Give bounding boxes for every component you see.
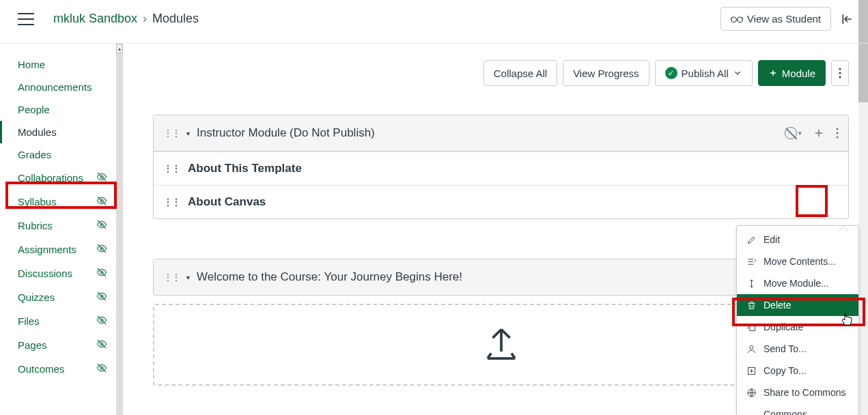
menu-delete[interactable]: Delete <box>737 294 858 316</box>
topbar: mkluk Sandbox › Modules View as Student <box>0 0 868 44</box>
hidden-eye-icon <box>96 315 107 328</box>
sidebar-item-label: Pages <box>18 339 47 351</box>
svg-point-13 <box>839 76 841 78</box>
module-title: Instructor Module (Do Not Publish) <box>197 126 778 140</box>
user-icon <box>746 344 757 354</box>
breadcrumb: mkluk Sandbox › Modules <box>53 12 199 26</box>
sidebar-item-label: Collaborations <box>18 172 83 184</box>
drag-handle-icon[interactable]: ⋮⋮ <box>163 163 180 174</box>
move-module-icon <box>746 278 757 289</box>
sidebar-item-discussions[interactable]: Discussions <box>0 261 122 285</box>
module-actions-row: Collapse All View Progress ✓ Publish All… <box>153 60 849 86</box>
sidebar-item-label: Rubrics <box>18 220 53 231</box>
sidebar-item-label: People <box>18 104 50 115</box>
sidebar-item-label: Home <box>18 59 45 70</box>
duplicate-icon <box>746 322 757 332</box>
sidebar-item-files[interactable]: Files <box>0 309 122 333</box>
sidebar-item-label: Quizzes <box>18 291 55 303</box>
menu-share-commons[interactable]: Share to Commons <box>737 382 858 403</box>
svg-point-18 <box>750 345 753 349</box>
hidden-eye-icon <box>96 195 107 208</box>
sidebar-item-home[interactable]: Home <box>0 53 122 76</box>
sidebar-item-people[interactable]: People <box>0 98 122 121</box>
sidebar-item-label: Grades <box>18 149 51 160</box>
svg-rect-17 <box>750 326 755 331</box>
sidebar-item-label: Announcements <box>18 81 92 93</box>
collapse-caret-icon[interactable]: ▾ <box>186 130 190 137</box>
module-header: ⋮⋮ ▾ Instructor Module (Do Not Publish) … <box>154 115 848 152</box>
module-item-title: About Canvas <box>188 195 266 209</box>
module-card: ⋮⋮ ▾ Instructor Module (Do Not Publish) … <box>153 115 849 219</box>
sidebar-item-collaborations[interactable]: Collaborations <box>0 166 122 190</box>
collapse-all-button[interactable]: Collapse All <box>484 60 557 86</box>
sidebar-item-rubrics[interactable]: Rubrics <box>0 214 122 238</box>
sidebar-item-label: Discussions <box>18 268 72 279</box>
svg-point-14 <box>837 128 839 130</box>
sidebar-item-label: Modules <box>18 126 57 138</box>
hidden-eye-icon <box>96 339 107 352</box>
menu-move-module[interactable]: Move Module... <box>737 272 858 294</box>
view-as-student-button[interactable]: View as Student <box>720 7 831 31</box>
menu-edit[interactable]: Edit <box>737 229 858 251</box>
sidebar-item-label: Outcomes <box>18 363 64 375</box>
kebab-icon <box>839 68 841 78</box>
unpublish-icon[interactable]: ▾ <box>785 127 802 139</box>
menu-copy-to[interactable]: Copy To... <box>737 360 858 382</box>
sidebar-item-label: Syllabus <box>18 196 57 208</box>
drag-handle-icon[interactable]: ⋮⋮ <box>163 272 180 283</box>
pencil-icon <box>746 235 757 245</box>
svg-point-0 <box>731 17 737 23</box>
sidebar-item-label: Files <box>18 315 40 327</box>
module-item[interactable]: ⋮⋮ About Canvas <box>154 185 848 218</box>
modules-options-button[interactable] <box>831 60 849 86</box>
check-circle-icon: ✓ <box>665 67 677 79</box>
drag-handle-icon[interactable]: ⋮⋮ <box>163 128 180 139</box>
sidebar-item-assignments[interactable]: Assignments <box>0 238 122 261</box>
svg-point-16 <box>837 137 839 139</box>
add-item-icon[interactable] <box>813 127 825 139</box>
course-sidebar: ▴ HomeAnnouncementsPeopleModulesGradesCo… <box>0 44 123 415</box>
hamburger-menu-icon[interactable] <box>18 13 34 25</box>
copy-to-icon <box>746 366 757 376</box>
hidden-eye-icon <box>96 291 107 304</box>
drag-handle-icon[interactable]: ⋮⋮ <box>163 197 180 208</box>
sidebar-item-announcements[interactable]: Announcements <box>0 76 122 98</box>
svg-point-12 <box>839 72 841 74</box>
publish-all-button[interactable]: ✓ Publish All <box>655 60 753 86</box>
commons-icon <box>746 388 757 398</box>
menu-move-contents[interactable]: Move Contents... <box>737 251 858 272</box>
sidebar-item-outcomes[interactable]: Outcomes <box>0 357 122 381</box>
sidebar-item-pages[interactable]: Pages <box>0 333 122 357</box>
sidebar-item-quizzes[interactable]: Quizzes <box>0 285 122 309</box>
svg-point-11 <box>839 68 841 70</box>
sidebar-item-modules[interactable]: Modules <box>0 121 122 143</box>
collapse-caret-icon[interactable]: ▾ <box>186 274 190 281</box>
sidebar-item-label: Assignments <box>18 244 76 255</box>
breadcrumb-page: Modules <box>152 12 199 26</box>
upload-icon <box>481 324 522 365</box>
module-menu-button[interactable] <box>836 128 839 139</box>
hidden-eye-icon <box>96 362 107 375</box>
hidden-eye-icon <box>96 171 107 184</box>
hidden-eye-icon <box>96 243 107 256</box>
menu-duplicate[interactable]: Duplicate <box>737 316 858 338</box>
module-item[interactable]: ⋮⋮ About This Template <box>154 152 848 185</box>
module-item-title: About This Template <box>188 162 302 175</box>
sidebar-item-grades[interactable]: Grades <box>0 143 122 166</box>
hidden-eye-icon <box>96 267 107 280</box>
hidden-eye-icon <box>96 219 107 232</box>
glasses-icon <box>731 15 743 23</box>
menu-send-to[interactable]: Send To... <box>737 338 858 360</box>
sidebar-scroll-up[interactable]: ▴ <box>116 44 123 53</box>
move-contents-icon <box>746 257 757 267</box>
collapse-sidebar-icon[interactable] <box>841 12 854 26</box>
breadcrumb-course[interactable]: mkluk Sandbox <box>53 12 137 26</box>
add-module-button[interactable]: Module <box>758 60 826 86</box>
module-context-menu: Edit Move Contents... Move Module... Del… <box>736 225 859 415</box>
breadcrumb-separator: › <box>143 12 147 26</box>
svg-point-1 <box>738 17 743 23</box>
sidebar-item-syllabus[interactable]: Syllabus <box>0 190 122 214</box>
view-progress-button[interactable]: View Progress <box>563 60 649 86</box>
menu-commons-favorites[interactable]: Commons Favorites <box>737 403 858 415</box>
plus-icon <box>768 68 778 78</box>
